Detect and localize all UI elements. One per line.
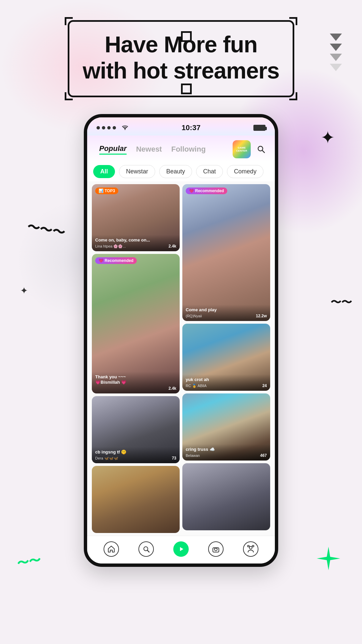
- stream-card-s2[interactable]: 💗Recommended Come and play (RQ)Nyaii 12.…: [182, 184, 270, 321]
- stream-overlay-s5: cb ingsng tf 🤫 Dera 🦋🦋🦋 73: [92, 447, 180, 463]
- stream-card-s4[interactable]: yuk crot ah RC 🥇 ABllA 24: [182, 324, 270, 391]
- badge-recommended-s2: 💗Recommended: [186, 187, 227, 194]
- nav-search-tab[interactable]: [138, 541, 154, 557]
- tab-following-label: Following: [171, 145, 206, 153]
- stream-overlay-s2: Come and play (RQ)Nyaii 12.2w: [182, 305, 270, 321]
- phone-screen: 10:37 Popular Newest Following GA: [87, 117, 275, 564]
- home-icon: [104, 541, 119, 557]
- wifi-icon: [121, 124, 129, 132]
- svg-point-11: [248, 545, 249, 547]
- search-tab-icon: [138, 541, 154, 557]
- stream-viewers-s2: 12.2w: [256, 314, 267, 318]
- nav-camera[interactable]: [208, 541, 224, 557]
- category-row: All Newstar Beauty Chat Comedy: [87, 162, 275, 181]
- game-center-button[interactable]: GAME CENTER: [233, 140, 251, 158]
- stream-username-s6: Belawan: [186, 453, 200, 458]
- svg-line-4: [147, 550, 149, 552]
- stream-user-row-s6: Belawan 467: [186, 453, 267, 458]
- badge-recommended-label-s2: Recommended: [195, 189, 224, 193]
- nav-home[interactable]: [104, 541, 119, 557]
- stream-username-s5: Dera 🦋🦋🦋: [95, 456, 118, 461]
- profile-icon: [243, 541, 258, 557]
- stream-overlay-s6: cring truss ☁️ Belawan 467: [182, 444, 270, 461]
- bottom-nav: [87, 536, 275, 564]
- stream-card-s7[interactable]: [92, 466, 180, 533]
- hero-line1: Have More fun: [105, 32, 257, 57]
- stream-user-row-s5: Dera 🦋🦋🦋 73: [95, 456, 176, 461]
- cat-comedy[interactable]: Comedy: [227, 165, 263, 178]
- hero-line2: with hot streamers: [83, 58, 280, 83]
- svg-line-2: [262, 151, 265, 153]
- status-bar: 10:37: [87, 117, 275, 136]
- hero-title: Have More fun with hot streamers: [83, 31, 280, 84]
- hero-title-area: Have More fun with hot streamers: [0, 0, 362, 107]
- dot-3: [107, 126, 111, 129]
- stream-username-s4: RC 🥇 ABllA: [186, 384, 206, 388]
- stream-username-s2: (RQ)Nyaii: [186, 314, 202, 318]
- title-frame: Have More fun with hot streamers: [68, 20, 295, 97]
- nav-profile[interactable]: [243, 541, 258, 557]
- stream-card-s6[interactable]: cring truss ☁️ Belawan 467: [182, 393, 270, 461]
- tab-popular-label: Popular: [99, 144, 127, 153]
- stream-viewers-s1: 2.4k: [169, 244, 176, 249]
- stream-user-row-s3: 2.4k: [95, 386, 176, 391]
- stream-card-s8[interactable]: [182, 463, 270, 530]
- game-center-line2: CENTER: [236, 149, 247, 153]
- svg-point-0: [125, 129, 126, 130]
- stream-overlay-s1: Come on, baby, come on... Lina htpea 🌸🌸.…: [92, 235, 180, 251]
- search-button[interactable]: [255, 143, 267, 156]
- dot-1: [97, 126, 100, 129]
- stream-title-s3: Thank you ~~~💗Bismillah 💗: [95, 374, 176, 386]
- stream-viewers-s3: 2.4k: [169, 386, 176, 391]
- cat-beauty[interactable]: Beauty: [159, 165, 192, 178]
- cat-all[interactable]: All: [93, 165, 115, 178]
- stream-overlay-s4: yuk crot ah RC 🥇 ABllA 24: [182, 374, 270, 391]
- corner-tl: [65, 17, 73, 25]
- game-center-line1: GAME: [236, 146, 247, 150]
- stream-title-s1: Come on, baby, come on...: [95, 237, 176, 243]
- stream-card-s5[interactable]: cb ingsng tf 🤫 Dera 🦋🦋🦋 73: [92, 396, 180, 463]
- tab-newest[interactable]: Newest: [131, 144, 167, 155]
- svg-marker-5: [180, 547, 183, 551]
- corner-bl: [65, 92, 73, 100]
- stream-title-s4: yuk crot ah: [186, 377, 267, 383]
- cat-chat[interactable]: Chat: [196, 165, 223, 178]
- stream-user-row-s4: RC 🥇 ABllA 24: [186, 383, 267, 388]
- tab-newest-label: Newest: [136, 145, 162, 153]
- corner-tr: [289, 17, 297, 25]
- signal-dots: [97, 126, 116, 129]
- tab-popular[interactable]: Popular: [95, 143, 131, 156]
- status-time: 10:37: [182, 123, 200, 132]
- stream-card-s1[interactable]: 📊TOP3 Come on, baby, come on... Lina htp…: [92, 184, 180, 251]
- stream-grid: 📊TOP3 Come on, baby, come on... Lina htp…: [87, 181, 275, 536]
- stream-overlay-s3: Thank you ~~~💗Bismillah 💗 2.4k: [92, 372, 180, 394]
- badge-recommended-label: Recommended: [105, 258, 133, 263]
- stream-title-s5: cb ingsng tf 🤫: [95, 449, 176, 455]
- stream-viewers-s6: 467: [260, 453, 267, 458]
- cat-newstar[interactable]: Newstar: [119, 165, 155, 178]
- badge-top3: 📊TOP3: [95, 187, 118, 194]
- stream-viewers-s5: 73: [172, 456, 176, 461]
- battery-icon: [253, 125, 265, 131]
- phone-body: 10:37 Popular Newest Following GA: [84, 114, 278, 567]
- stream-title-s2: Come and play: [186, 307, 267, 313]
- camera-icon: [208, 541, 224, 557]
- svg-point-10: [249, 546, 252, 549]
- live-icon: [173, 541, 189, 557]
- corner-br: [289, 92, 297, 100]
- phone-mockup: 10:37 Popular Newest Following GA: [0, 114, 362, 567]
- nav-live[interactable]: [173, 541, 189, 557]
- tab-following[interactable]: Following: [167, 144, 210, 155]
- dot-4: [113, 126, 116, 129]
- dot-2: [102, 126, 105, 129]
- nav-tabs: Popular Newest Following GAME CENTER: [87, 136, 275, 162]
- stream-username-s1: Lina htpea 🌸🌸...: [95, 244, 126, 249]
- svg-point-12: [252, 545, 254, 547]
- badge-recommended-s3: 💗Recommended: [95, 257, 137, 264]
- stream-viewers-s4: 24: [262, 383, 267, 388]
- stream-user-row-s2: (RQ)Nyaii 12.2w: [186, 314, 267, 318]
- stream-title-s6: cring truss ☁️: [186, 447, 267, 452]
- stream-card-s3[interactable]: 💗Recommended Thank you ~~~💗Bismillah 💗 2…: [92, 254, 180, 393]
- stream-user-row-s1: Lina htpea 🌸🌸... 2.4k: [95, 244, 176, 249]
